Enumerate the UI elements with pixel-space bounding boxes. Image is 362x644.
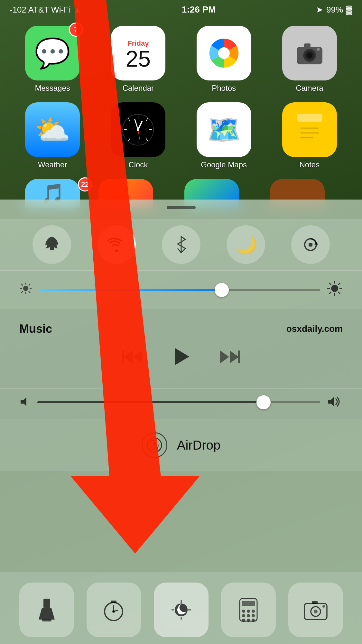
svg-marker-53 [230, 350, 239, 363]
airplane-toggle[interactable] [32, 225, 71, 264]
maps-label: Google Maps [201, 160, 247, 169]
fastforward-button[interactable] [218, 347, 241, 371]
svg-point-80 [252, 614, 255, 617]
app-clock[interactable]: Clock [98, 102, 178, 169]
bluetooth-toggle[interactable] [162, 225, 200, 264]
svg-point-78 [242, 614, 245, 617]
svg-point-5 [307, 53, 312, 58]
svg-line-44 [329, 283, 331, 285]
rewind-button[interactable] [122, 347, 144, 371]
svg-rect-64 [111, 601, 116, 603]
pull-indicator[interactable] [167, 206, 196, 209]
svg-point-7 [317, 48, 320, 51]
svg-marker-49 [133, 350, 142, 363]
play-button[interactable] [170, 345, 192, 372]
camera-icon[interactable] [282, 26, 337, 80]
airdrop-icon [142, 432, 167, 458]
svg-rect-60 [43, 599, 50, 608]
brightness-thumb[interactable] [215, 283, 229, 297]
svg-line-38 [21, 291, 23, 293]
rotation-toggle[interactable] [291, 225, 330, 264]
app-calendar[interactable]: Friday 25 Calendar [98, 26, 178, 93]
music-controls [19, 345, 343, 372]
svg-marker-51 [175, 348, 189, 365]
volume-min-icon [19, 395, 31, 409]
svg-line-26 [178, 248, 181, 253]
svg-point-81 [242, 619, 245, 622]
control-center: 🌙 [0, 200, 362, 644]
app-weather[interactable]: ⛅ Weather [13, 102, 92, 169]
calendar-icon[interactable]: Friday 25 [111, 26, 165, 80]
airdrop-section[interactable]: AirDrop [0, 419, 362, 471]
svg-line-35 [21, 284, 23, 285]
svg-rect-54 [238, 350, 240, 363]
maps-icon[interactable]: 🗺️ [197, 102, 251, 157]
svg-marker-55 [21, 397, 26, 406]
app-messages[interactable]: 💬 7 Messages [13, 26, 92, 93]
svg-point-86 [314, 610, 318, 613]
messages-icon[interactable]: 💬 7 [25, 26, 80, 80]
brightness-max-icon [327, 280, 343, 299]
svg-point-79 [247, 614, 250, 617]
svg-point-76 [247, 610, 250, 613]
app-photos[interactable]: Photos [184, 26, 264, 93]
calendar-label: Calendar [123, 84, 154, 93]
timer-button[interactable] [87, 583, 141, 637]
svg-rect-6 [304, 43, 311, 47]
notes-label: Notes [300, 160, 320, 169]
volume-track[interactable] [37, 401, 320, 403]
status-right: ➤ 99% ▓ [316, 5, 352, 15]
app-notes[interactable]: Notes [270, 102, 349, 169]
svg-marker-28 [314, 242, 318, 245]
brightness-track[interactable] [39, 289, 320, 291]
app-grid-row2: ⛅ Weather [13, 102, 349, 169]
photos-icon[interactable] [197, 26, 251, 80]
battery-icon: ▓ [346, 5, 352, 15]
svg-marker-56 [328, 397, 334, 406]
app-grid-row1: 💬 7 Messages Friday 25 Calendar [13, 26, 349, 93]
clock-label: Clock [128, 160, 148, 169]
notes-icon[interactable] [282, 102, 337, 157]
weather-icon[interactable]: ⛅ [25, 102, 80, 157]
svg-point-75 [242, 610, 245, 613]
location-icon: ➤ [316, 5, 323, 15]
home-screen: 💬 7 Messages Friday 25 Calendar [0, 19, 362, 219]
wifi-icon: ▲ [73, 5, 82, 15]
carrier-text: -102 AT&T Wi-Fi [10, 5, 71, 15]
music-header: Music osxdaily.com [19, 322, 343, 336]
svg-rect-29 [309, 243, 312, 247]
svg-point-77 [252, 610, 255, 613]
osxdaily-watermark: osxdaily.com [286, 324, 343, 334]
svg-line-47 [329, 292, 331, 294]
svg-marker-52 [220, 350, 229, 363]
calendar-day: 25 [125, 48, 151, 70]
flashlight-button[interactable] [19, 583, 74, 637]
toggle-row: 🌙 [0, 219, 362, 271]
wifi-toggle[interactable] [97, 225, 136, 264]
clock-icon[interactable] [111, 102, 165, 157]
svg-rect-50 [122, 350, 124, 363]
quick-buttons-row [0, 573, 362, 644]
calculator-button[interactable] [221, 583, 276, 637]
svg-point-1 [218, 47, 230, 59]
svg-marker-61 [39, 608, 55, 620]
svg-point-39 [331, 285, 338, 292]
camera-label: Camera [296, 84, 323, 93]
svg-rect-62 [42, 619, 51, 621]
nightshift-button[interactable] [154, 583, 209, 637]
donotdisturb-toggle[interactable]: 🌙 [227, 225, 265, 264]
volume-slider-row [0, 389, 362, 419]
app-camera[interactable]: Camera [270, 26, 349, 93]
music-section: Music osxdaily.com [0, 309, 362, 389]
photos-wheel-svg [206, 35, 242, 71]
partial1-badge: 22 [78, 177, 92, 191]
volume-thumb[interactable] [256, 395, 271, 409]
messages-badge: 7 [69, 23, 83, 37]
screencapture-button[interactable] [288, 583, 343, 637]
battery-percent: 99% [326, 5, 343, 15]
status-left: -102 AT&T Wi-Fi ▲ [10, 5, 81, 15]
status-time: 1:26 PM [182, 5, 216, 15]
svg-point-88 [322, 605, 325, 608]
app-maps[interactable]: 🗺️ Google Maps [184, 102, 264, 169]
svg-marker-48 [124, 350, 133, 363]
